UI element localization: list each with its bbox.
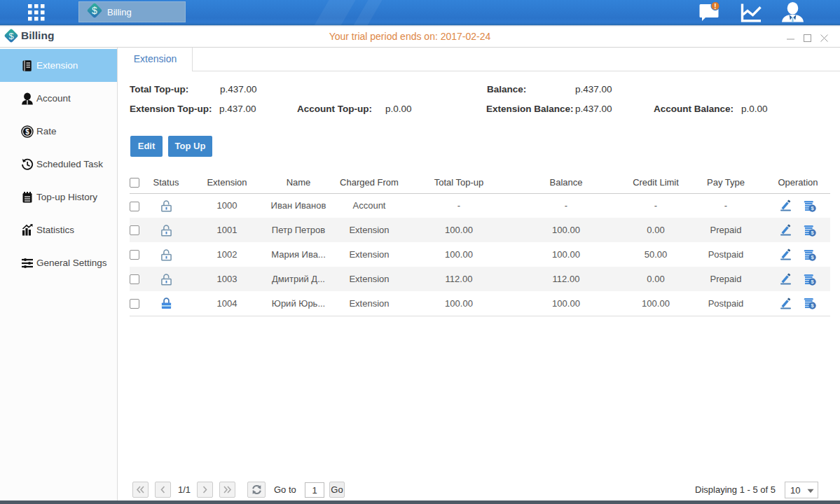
svg-text:$: $: [92, 5, 97, 16]
svg-text:$: $: [25, 127, 29, 135]
svg-text:!: !: [714, 3, 716, 10]
